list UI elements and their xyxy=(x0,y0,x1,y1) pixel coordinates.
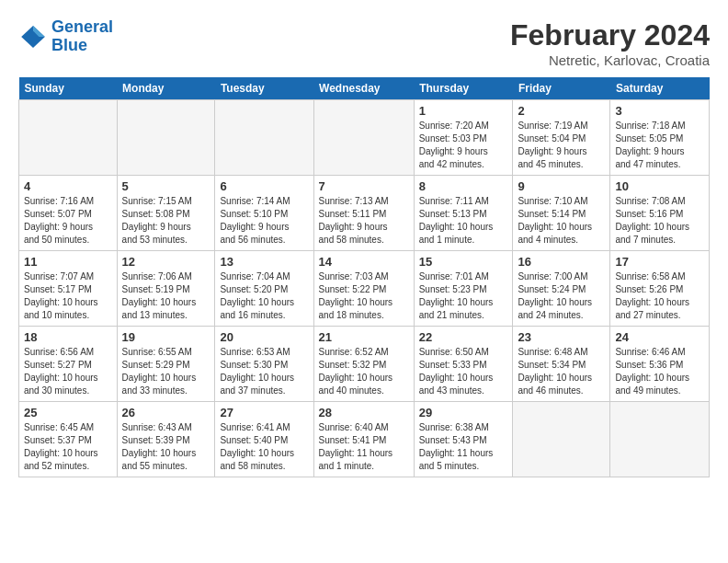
calendar-cell xyxy=(610,402,710,477)
calendar-cell: 1Sunrise: 7:20 AM Sunset: 5:03 PM Daylig… xyxy=(414,100,513,176)
day-number: 20 xyxy=(220,330,308,344)
day-info: Sunrise: 7:16 AM Sunset: 5:07 PM Dayligh… xyxy=(24,195,112,247)
calendar-cell: 17Sunrise: 6:58 AM Sunset: 5:26 PM Dayli… xyxy=(610,251,710,327)
week-row-2: 4Sunrise: 7:16 AM Sunset: 5:07 PM Daylig… xyxy=(19,176,710,251)
day-number: 16 xyxy=(518,255,605,269)
day-number: 22 xyxy=(419,330,508,344)
calendar-cell xyxy=(117,100,215,176)
page-header: General Blue February 2024 Netretic, Kar… xyxy=(18,18,710,68)
day-info: Sunrise: 6:45 AM Sunset: 5:37 PM Dayligh… xyxy=(24,421,112,473)
calendar-cell: 27Sunrise: 6:41 AM Sunset: 5:40 PM Dayli… xyxy=(215,402,313,477)
day-info: Sunrise: 7:20 AM Sunset: 5:03 PM Dayligh… xyxy=(419,120,508,171)
day-number: 11 xyxy=(24,255,112,269)
calendar-cell: 29Sunrise: 6:38 AM Sunset: 5:43 PM Dayli… xyxy=(414,402,513,477)
week-row-4: 18Sunrise: 6:56 AM Sunset: 5:27 PM Dayli… xyxy=(19,327,710,402)
calendar-table: SundayMondayTuesdayWednesdayThursdayFrid… xyxy=(18,77,710,477)
calendar-cell: 21Sunrise: 6:52 AM Sunset: 5:32 PM Dayli… xyxy=(313,327,414,402)
calendar-cell: 26Sunrise: 6:43 AM Sunset: 5:39 PM Dayli… xyxy=(117,402,215,477)
day-number: 29 xyxy=(419,406,508,419)
weekday-header-wednesday: Wednesday xyxy=(313,77,414,100)
day-number: 12 xyxy=(122,255,210,269)
title-block: February 2024 Netretic, Karlovac, Croati… xyxy=(510,18,710,68)
calendar-cell: 24Sunrise: 6:46 AM Sunset: 5:36 PM Dayli… xyxy=(610,327,710,402)
calendar-cell: 15Sunrise: 7:01 AM Sunset: 5:23 PM Dayli… xyxy=(414,251,513,327)
calendar-cell: 28Sunrise: 6:40 AM Sunset: 5:41 PM Dayli… xyxy=(313,402,414,477)
month-year: February 2024 xyxy=(510,18,710,52)
day-number: 27 xyxy=(220,406,308,419)
weekday-header-sunday: Sunday xyxy=(19,77,118,100)
day-number: 18 xyxy=(24,330,112,344)
calendar-cell: 8Sunrise: 7:11 AM Sunset: 5:13 PM Daylig… xyxy=(414,176,513,251)
day-number: 2 xyxy=(518,104,605,118)
day-info: Sunrise: 6:43 AM Sunset: 5:39 PM Dayligh… xyxy=(122,421,210,473)
day-number: 4 xyxy=(24,179,112,193)
day-number: 1 xyxy=(419,104,508,118)
day-info: Sunrise: 7:13 AM Sunset: 5:11 PM Dayligh… xyxy=(319,195,409,247)
day-info: Sunrise: 7:00 AM Sunset: 5:24 PM Dayligh… xyxy=(518,270,605,322)
day-info: Sunrise: 6:40 AM Sunset: 5:41 PM Dayligh… xyxy=(319,421,409,473)
calendar-cell: 2Sunrise: 7:19 AM Sunset: 5:04 PM Daylig… xyxy=(513,100,610,176)
weekday-header-friday: Friday xyxy=(513,77,610,100)
day-number: 17 xyxy=(615,255,704,269)
calendar-cell: 19Sunrise: 6:55 AM Sunset: 5:29 PM Dayli… xyxy=(117,327,215,402)
day-number: 13 xyxy=(220,255,308,269)
day-number: 9 xyxy=(518,179,605,193)
day-info: Sunrise: 7:15 AM Sunset: 5:08 PM Dayligh… xyxy=(122,195,210,247)
calendar-cell: 12Sunrise: 7:06 AM Sunset: 5:19 PM Dayli… xyxy=(117,251,215,327)
weekday-header-tuesday: Tuesday xyxy=(215,77,313,100)
calendar-cell: 5Sunrise: 7:15 AM Sunset: 5:08 PM Daylig… xyxy=(117,176,215,251)
calendar-cell xyxy=(19,100,118,176)
calendar-cell: 4Sunrise: 7:16 AM Sunset: 5:07 PM Daylig… xyxy=(19,176,118,251)
day-info: Sunrise: 7:10 AM Sunset: 5:14 PM Dayligh… xyxy=(518,195,605,247)
calendar-cell: 16Sunrise: 7:00 AM Sunset: 5:24 PM Dayli… xyxy=(513,251,610,327)
day-info: Sunrise: 7:06 AM Sunset: 5:19 PM Dayligh… xyxy=(122,270,210,322)
day-number: 3 xyxy=(615,104,704,118)
day-info: Sunrise: 6:41 AM Sunset: 5:40 PM Dayligh… xyxy=(220,421,308,473)
day-info: Sunrise: 6:55 AM Sunset: 5:29 PM Dayligh… xyxy=(122,346,210,397)
day-number: 5 xyxy=(122,179,210,193)
day-number: 24 xyxy=(615,330,704,344)
calendar-cell xyxy=(215,100,313,176)
day-info: Sunrise: 7:07 AM Sunset: 5:17 PM Dayligh… xyxy=(24,270,112,322)
calendar-cell: 11Sunrise: 7:07 AM Sunset: 5:17 PM Dayli… xyxy=(19,251,118,327)
day-number: 15 xyxy=(419,255,508,269)
calendar-cell: 25Sunrise: 6:45 AM Sunset: 5:37 PM Dayli… xyxy=(19,402,118,477)
week-row-5: 25Sunrise: 6:45 AM Sunset: 5:37 PM Dayli… xyxy=(19,402,710,477)
day-info: Sunrise: 6:53 AM Sunset: 5:30 PM Dayligh… xyxy=(220,346,308,397)
day-info: Sunrise: 7:14 AM Sunset: 5:10 PM Dayligh… xyxy=(220,195,308,247)
day-number: 19 xyxy=(122,330,210,344)
day-number: 7 xyxy=(319,179,409,193)
day-info: Sunrise: 7:08 AM Sunset: 5:16 PM Dayligh… xyxy=(615,195,704,247)
calendar-cell: 22Sunrise: 6:50 AM Sunset: 5:33 PM Dayli… xyxy=(414,327,513,402)
calendar-cell: 6Sunrise: 7:14 AM Sunset: 5:10 PM Daylig… xyxy=(215,176,313,251)
calendar-cell: 10Sunrise: 7:08 AM Sunset: 5:16 PM Dayli… xyxy=(610,176,710,251)
day-number: 6 xyxy=(220,179,308,193)
day-info: Sunrise: 7:11 AM Sunset: 5:13 PM Dayligh… xyxy=(419,195,508,247)
calendar-cell: 14Sunrise: 7:03 AM Sunset: 5:22 PM Dayli… xyxy=(313,251,414,327)
calendar-cell: 3Sunrise: 7:18 AM Sunset: 5:05 PM Daylig… xyxy=(610,100,710,176)
day-number: 28 xyxy=(319,406,409,419)
day-info: Sunrise: 6:50 AM Sunset: 5:33 PM Dayligh… xyxy=(419,346,508,397)
day-info: Sunrise: 6:58 AM Sunset: 5:26 PM Dayligh… xyxy=(615,270,704,322)
location: Netretic, Karlovac, Croatia xyxy=(510,52,710,68)
day-info: Sunrise: 7:18 AM Sunset: 5:05 PM Dayligh… xyxy=(615,120,704,171)
day-number: 26 xyxy=(122,406,210,419)
day-info: Sunrise: 7:19 AM Sunset: 5:04 PM Dayligh… xyxy=(518,120,605,171)
day-number: 14 xyxy=(319,255,409,269)
day-info: Sunrise: 7:03 AM Sunset: 5:22 PM Dayligh… xyxy=(319,270,409,322)
weekday-header-saturday: Saturday xyxy=(610,77,710,100)
day-info: Sunrise: 6:46 AM Sunset: 5:36 PM Dayligh… xyxy=(615,346,704,397)
weekday-header-monday: Monday xyxy=(117,77,215,100)
week-row-3: 11Sunrise: 7:07 AM Sunset: 5:17 PM Dayli… xyxy=(19,251,710,327)
day-number: 25 xyxy=(24,406,112,419)
day-info: Sunrise: 6:52 AM Sunset: 5:32 PM Dayligh… xyxy=(319,346,409,397)
logo-icon xyxy=(18,22,48,52)
calendar-cell: 7Sunrise: 7:13 AM Sunset: 5:11 PM Daylig… xyxy=(313,176,414,251)
calendar-cell: 23Sunrise: 6:48 AM Sunset: 5:34 PM Dayli… xyxy=(513,327,610,402)
logo: General Blue xyxy=(18,18,113,55)
day-info: Sunrise: 7:04 AM Sunset: 5:20 PM Dayligh… xyxy=(220,270,308,322)
day-info: Sunrise: 7:01 AM Sunset: 5:23 PM Dayligh… xyxy=(419,270,508,322)
calendar-cell xyxy=(313,100,414,176)
weekday-header-thursday: Thursday xyxy=(414,77,513,100)
calendar-cell: 13Sunrise: 7:04 AM Sunset: 5:20 PM Dayli… xyxy=(215,251,313,327)
